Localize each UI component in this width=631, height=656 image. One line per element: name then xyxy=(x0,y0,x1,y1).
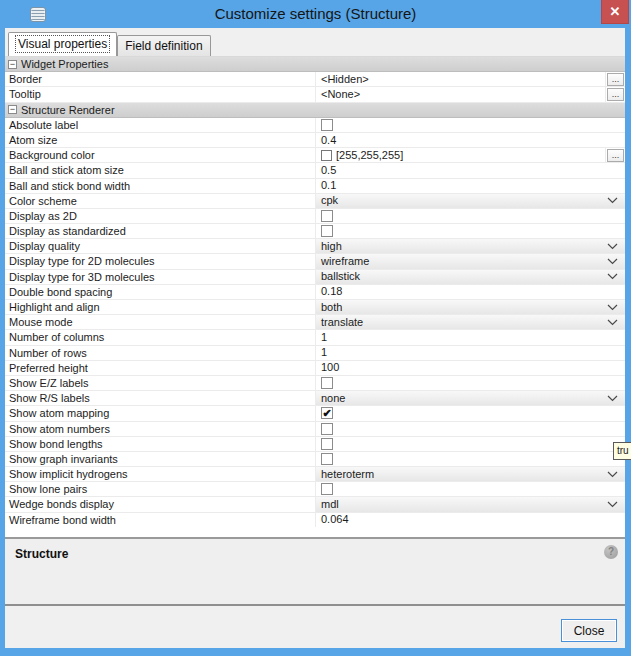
dropdown-field[interactable]: wireframe xyxy=(316,254,625,268)
property-row: Background color[255,255,255]... xyxy=(5,148,625,163)
property-label: Background color xyxy=(5,148,316,162)
property-label: Color scheme xyxy=(5,194,316,208)
property-label: Number of columns xyxy=(5,330,316,344)
ellipsis-cell: ... xyxy=(605,72,625,86)
dropdown-value: cpk xyxy=(321,194,338,207)
dropdown-field[interactable]: mdl xyxy=(316,497,625,511)
dropdown-value: mdl xyxy=(321,498,339,511)
color-swatch xyxy=(321,150,332,161)
text-value[interactable]: 1 xyxy=(316,331,327,344)
text-value[interactable]: 0.5 xyxy=(316,164,336,177)
ellipsis-cell: ... xyxy=(605,148,625,162)
dropdown-field[interactable]: translate xyxy=(316,315,625,329)
property-row: Display as 2D xyxy=(5,209,625,224)
checkbox[interactable] xyxy=(321,453,333,465)
text-value[interactable]: <Hidden> xyxy=(316,73,369,86)
close-button[interactable]: Close xyxy=(561,619,617,642)
property-row: Ball and stick atom size0.5 xyxy=(5,163,625,178)
group-header-row: −Widget Properties xyxy=(5,57,625,72)
property-value: <None> xyxy=(316,87,605,101)
grid-gap xyxy=(5,527,625,537)
property-label: Show implicit hydrogens xyxy=(5,467,316,481)
tab-bar: Visual propertiesField definition xyxy=(5,28,625,56)
tab-label: Field definition xyxy=(125,39,202,53)
ellipsis-button[interactable]: ... xyxy=(607,88,624,101)
checkbox[interactable] xyxy=(321,423,333,435)
dropdown-field[interactable]: none xyxy=(316,391,625,405)
property-label: Wedge bonds display xyxy=(5,497,316,511)
checkbox[interactable] xyxy=(321,119,333,131)
property-row: Double bond spacing0.18 xyxy=(5,285,625,300)
property-label: Atom size xyxy=(5,133,316,147)
property-label: Ball and stick bond width xyxy=(5,179,316,193)
property-label: Show graph invariants xyxy=(5,452,316,466)
checkbox[interactable] xyxy=(321,210,333,222)
property-value: 0.18 xyxy=(316,285,625,299)
collapse-icon[interactable]: − xyxy=(8,60,17,69)
text-value[interactable]: 1 xyxy=(316,346,327,359)
ellipsis-button[interactable]: ... xyxy=(607,73,624,86)
property-row: Show atom numbers xyxy=(5,422,625,437)
property-row: Display type for 3D moleculesballstick xyxy=(5,270,625,285)
text-value[interactable]: 0.18 xyxy=(316,285,342,298)
property-label: Show atom mapping xyxy=(5,406,316,420)
checkbox[interactable] xyxy=(321,377,333,389)
text-value[interactable]: <None> xyxy=(316,88,360,101)
dropdown-field[interactable]: heteroterm xyxy=(316,467,625,481)
group-label: Widget Properties xyxy=(21,57,108,71)
property-label: Display quality xyxy=(5,239,316,253)
tab-field-definition[interactable]: Field definition xyxy=(117,35,210,56)
property-row: Color schemecpk xyxy=(5,194,625,209)
dropdown-field[interactable]: high xyxy=(316,239,625,253)
collapse-icon[interactable]: − xyxy=(8,105,17,114)
checkbox[interactable] xyxy=(321,438,333,450)
property-label: Wireframe bond width xyxy=(5,513,316,527)
property-value xyxy=(316,422,625,436)
dropdown-value: translate xyxy=(321,316,363,329)
title-bar: Customize settings (Structure) ✕ xyxy=(0,0,631,28)
property-label: Show E/Z labels xyxy=(5,376,316,390)
property-row: Number of rows1 xyxy=(5,346,625,361)
property-row: Show implicit hydrogensheteroterm xyxy=(5,467,625,482)
property-row: Show graph invariants xyxy=(5,452,625,467)
value-tooltip: tru xyxy=(613,442,631,460)
property-label: Display as standardized xyxy=(5,224,316,238)
text-value[interactable]: 0.1 xyxy=(316,179,336,192)
text-value[interactable]: 100 xyxy=(316,361,339,374)
dropdown-field[interactable]: both xyxy=(316,300,625,314)
property-row: Show R/S labelsnone xyxy=(5,391,625,406)
property-value: 1 xyxy=(316,346,625,360)
dropdown-value: ballstick xyxy=(321,270,360,283)
chevron-down-icon xyxy=(607,304,618,311)
property-value: 0.1 xyxy=(316,179,625,193)
group-header-row: −Structure Renderer xyxy=(5,103,625,118)
ellipsis-button[interactable]: ... xyxy=(607,149,624,162)
property-row: Absolute label xyxy=(5,118,625,133)
text-value[interactable]: 0.064 xyxy=(316,513,349,526)
property-label: Border xyxy=(5,72,316,86)
close-icon[interactable]: ✕ xyxy=(601,0,629,24)
dropdown-value: high xyxy=(321,240,342,253)
color-value: [255,255,255] xyxy=(332,149,403,162)
checkbox[interactable] xyxy=(321,483,333,495)
dropdown-field[interactable]: ballstick xyxy=(316,270,625,284)
tab-visual-properties[interactable]: Visual properties xyxy=(8,32,117,56)
checkbox[interactable] xyxy=(321,225,333,237)
chevron-down-icon xyxy=(607,471,618,478)
property-label: Display type for 2D molecules xyxy=(5,254,316,268)
dropdown-field[interactable]: cpk xyxy=(316,194,625,208)
property-label: Ball and stick atom size xyxy=(5,163,316,177)
property-row: Highlight and alignboth xyxy=(5,300,625,315)
property-label: Display as 2D xyxy=(5,209,316,223)
property-label: Tooltip xyxy=(5,87,316,101)
property-row: Wedge bonds displaymdl xyxy=(5,497,625,512)
checkmark-icon: ✔ xyxy=(322,407,331,419)
text-value[interactable]: 0.4 xyxy=(316,134,336,147)
property-row: Display as standardized xyxy=(5,224,625,239)
property-row: Mouse modetranslate xyxy=(5,315,625,330)
checkbox[interactable]: ✔ xyxy=(321,407,333,419)
property-value xyxy=(316,482,625,496)
property-value xyxy=(316,118,625,132)
property-value: ✔ xyxy=(316,406,625,420)
property-label: Show R/S labels xyxy=(5,391,316,405)
